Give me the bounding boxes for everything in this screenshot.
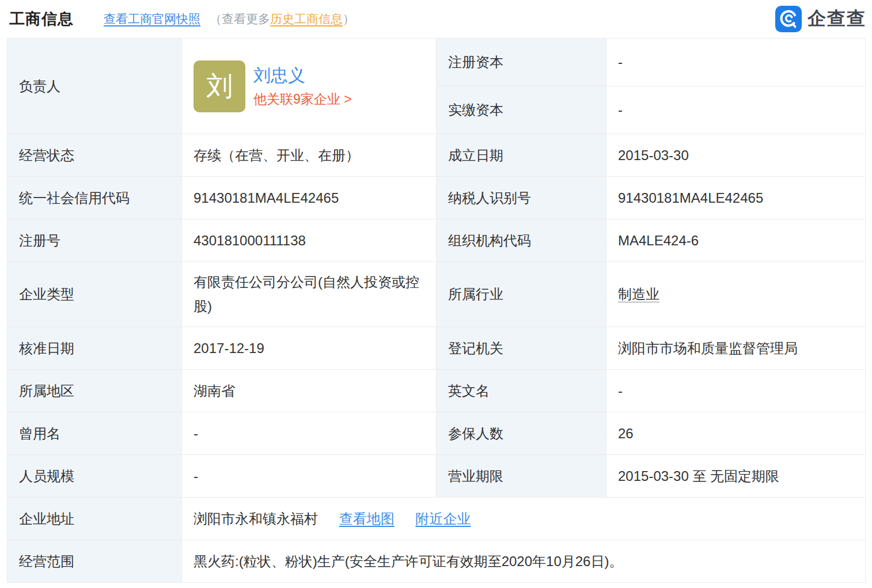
value-english-name: - bbox=[606, 370, 866, 412]
value-registered-capital: - bbox=[606, 39, 866, 86]
view-map-link[interactable]: 查看地图 bbox=[339, 511, 395, 526]
history-prefix: （查看更多 bbox=[210, 12, 270, 25]
person-name-link[interactable]: 刘忠义 bbox=[253, 64, 352, 86]
value-taxpayer-id: 91430181MA4LE42465 bbox=[606, 177, 866, 219]
qichacha-logo-icon bbox=[775, 6, 802, 32]
table-row: 企业地址 浏阳市永和镇永福村 查看地图 附近企业 bbox=[7, 498, 866, 540]
label-industry: 所属行业 bbox=[437, 262, 606, 327]
table-row: 负责人 刘 刘忠义 他关联9家企业 > 注册资本 - bbox=[7, 39, 866, 86]
label-staff-size: 人员规模 bbox=[7, 455, 182, 498]
value-business-term: 2015-03-30 至 无固定期限 bbox=[606, 455, 866, 498]
value-region: 湖南省 bbox=[182, 370, 437, 412]
label-company-address: 企业地址 bbox=[7, 498, 182, 540]
value-former-name: - bbox=[182, 412, 437, 455]
official-snapshot-link[interactable]: 查看工商官网快照 bbox=[104, 11, 200, 27]
avatar-initial: 刘 bbox=[206, 63, 233, 109]
avatar[interactable]: 刘 bbox=[194, 60, 245, 112]
table-row: 企业类型 有限责任公司分公司(自然人投资或控股) 所属行业 制造业 bbox=[7, 262, 866, 327]
label-operating-status: 经营状态 bbox=[7, 134, 182, 177]
label-insured-count: 参保人数 bbox=[437, 412, 606, 455]
label-company-type: 企业类型 bbox=[7, 262, 182, 327]
label-english-name: 英文名 bbox=[437, 370, 606, 412]
value-credit-code: 91430181MA4LE42465 bbox=[182, 177, 437, 219]
value-company-type: 有限责任公司分公司(自然人投资或控股) bbox=[182, 262, 437, 327]
brand-name: 企查查 bbox=[807, 6, 866, 32]
value-registration-number: 430181000111138 bbox=[182, 219, 437, 262]
table-row: 人员规模 - 营业期限 2015-03-30 至 无固定期限 bbox=[7, 455, 866, 498]
history-info-wrap: （查看更多历史工商信息） bbox=[210, 11, 355, 27]
industry-term[interactable]: 制造业 bbox=[618, 286, 659, 302]
company-address-text: 浏阳市永和镇永福村 bbox=[194, 511, 318, 526]
table-row: 所属地区 湖南省 英文名 - bbox=[7, 370, 866, 412]
person-cell: 刘 刘忠义 他关联9家企业 > bbox=[182, 39, 437, 134]
business-info-table: 负责人 刘 刘忠义 他关联9家企业 > 注册资本 - 实缴资本 - 经营状态 存… bbox=[7, 38, 866, 583]
value-industry: 制造业 bbox=[606, 262, 866, 327]
nearby-companies-link[interactable]: 附近企业 bbox=[415, 511, 471, 526]
label-taxpayer-id: 纳税人识别号 bbox=[437, 177, 606, 219]
history-suffix: ） bbox=[343, 12, 355, 25]
label-business-term: 营业期限 bbox=[437, 455, 606, 498]
value-operating-status: 存续（在营、开业、在册） bbox=[182, 134, 437, 177]
label-region: 所属地区 bbox=[7, 370, 182, 412]
label-registration-authority: 登记机关 bbox=[437, 327, 606, 370]
value-business-scope: 黑火药:(粒状、粉状)生产(安全生产许可证有效期至2020年10月26日)。 bbox=[182, 540, 866, 583]
table-row: 核准日期 2017-12-19 登记机关 浏阳市市场和质量监督管理局 bbox=[7, 327, 866, 370]
label-registration-number: 注册号 bbox=[7, 219, 182, 262]
table-row: 经营状态 存续（在营、开业、在册） 成立日期 2015-03-30 bbox=[7, 134, 866, 177]
label-former-name: 曾用名 bbox=[7, 412, 182, 455]
value-company-address: 浏阳市永和镇永福村 查看地图 附近企业 bbox=[182, 498, 866, 540]
value-paid-capital: - bbox=[606, 86, 866, 134]
label-organization-code: 组织机构代码 bbox=[437, 219, 606, 262]
section-header: 工商信息 查看工商官网快照 （查看更多历史工商信息） 企查查 bbox=[0, 0, 872, 38]
table-row: 经营范围 黑火药:(粒状、粉状)生产(安全生产许可证有效期至2020年10月26… bbox=[7, 540, 866, 583]
label-person-in-charge: 负责人 bbox=[7, 39, 182, 134]
value-staff-size: - bbox=[182, 455, 437, 498]
label-paid-capital: 实缴资本 bbox=[437, 86, 606, 134]
related-companies-link[interactable]: 他关联9家企业 > bbox=[253, 91, 352, 108]
value-insured-count: 26 bbox=[606, 412, 866, 455]
table-row: 统一社会信用代码 91430181MA4LE42465 纳税人识别号 91430… bbox=[7, 177, 866, 219]
value-organization-code: MA4LE424-6 bbox=[606, 219, 866, 262]
qichacha-brand: 企查查 bbox=[775, 6, 866, 32]
value-approval-date: 2017-12-19 bbox=[182, 327, 437, 370]
table-row: 曾用名 - 参保人数 26 bbox=[7, 412, 866, 455]
table-row: 注册号 430181000111138 组织机构代码 MA4LE424-6 bbox=[7, 219, 866, 262]
label-approval-date: 核准日期 bbox=[7, 327, 182, 370]
label-registered-capital: 注册资本 bbox=[437, 39, 606, 86]
label-business-scope: 经营范围 bbox=[7, 540, 182, 583]
label-establish-date: 成立日期 bbox=[437, 134, 606, 177]
value-registration-authority: 浏阳市市场和质量监督管理局 bbox=[606, 327, 866, 370]
page-title: 工商信息 bbox=[9, 9, 74, 29]
history-info-link[interactable]: 历史工商信息 bbox=[270, 12, 343, 25]
value-establish-date: 2015-03-30 bbox=[606, 134, 866, 177]
label-credit-code: 统一社会信用代码 bbox=[7, 177, 182, 219]
